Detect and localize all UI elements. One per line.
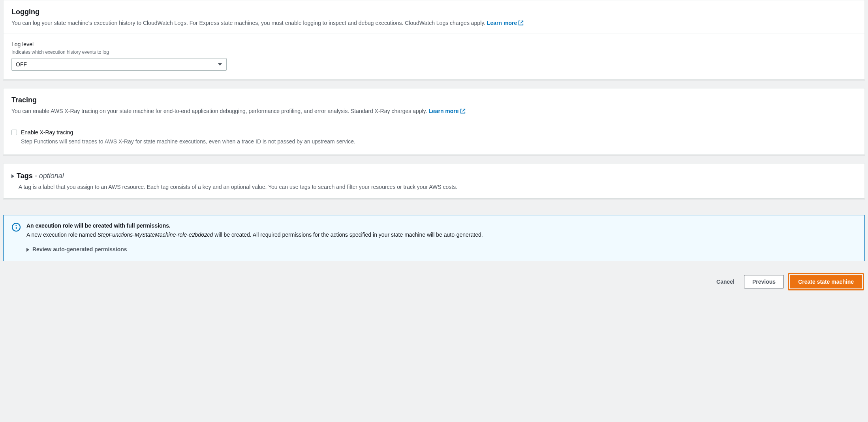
alert-title: An execution role will be created with f… [26,222,857,230]
create-button-highlight: Create state machine [788,273,864,290]
previous-button[interactable]: Previous [744,275,784,288]
tracing-panel: Tracing You can enable AWS X-Ray tracing… [3,88,865,155]
log-level-hint: Indicates which execution history events… [11,49,857,56]
cancel-button[interactable]: Cancel [711,275,740,288]
footer-buttons: Cancel Previous Create state machine [3,273,865,290]
logging-panel-header: Logging You can log your state machine's… [4,0,864,34]
enable-xray-subtext: Step Functions will send traces to AWS X… [21,138,355,146]
execution-role-alert: An execution role will be created with f… [3,215,865,261]
tags-description: A tag is a label that you assign to an A… [19,183,857,191]
alert-text: A new execution role named StepFunctions… [26,231,857,239]
logging-panel-body: Log level Indicates which execution hist… [4,34,864,79]
external-link-icon [518,20,524,28]
svg-point-2 [16,225,17,226]
logging-title: Logging [11,7,857,17]
role-name: StepFunctions-MyStateMachine-role-e2bd62… [98,232,213,238]
create-state-machine-button[interactable]: Create state machine [790,275,862,288]
tracing-panel-body: Enable X-Ray tracing Step Functions will… [4,122,864,154]
external-link-icon [460,108,466,116]
caret-right-icon [11,174,14,178]
info-icon [11,222,21,234]
caret-right-icon [26,248,29,252]
tags-expander[interactable]: Tags - optional [11,171,857,181]
tracing-title: Tracing [11,95,857,106]
tracing-learn-more-link[interactable]: Learn more [428,108,465,114]
review-permissions-label: Review auto-generated permissions [32,245,127,254]
tags-optional-suffix: - optional [33,172,64,180]
tags-panel: Tags - optional A tag is a label that yo… [3,163,865,199]
tags-title: Tags [17,172,33,180]
log-level-select[interactable]: OFF [11,58,227,71]
tracing-panel-header: Tracing You can enable AWS X-Ray tracing… [4,89,864,122]
logging-learn-more-link[interactable]: Learn more [487,20,524,26]
enable-xray-label: Enable X-Ray tracing [21,128,355,137]
review-permissions-expander[interactable]: Review auto-generated permissions [26,245,857,254]
logging-description: You can log your state machine's executi… [11,19,857,28]
logging-panel: Logging You can log your state machine's… [3,0,865,80]
tracing-description: You can enable AWS X-Ray tracing on your… [11,107,857,116]
log-level-label: Log level [11,40,857,49]
enable-xray-checkbox[interactable] [11,130,17,135]
